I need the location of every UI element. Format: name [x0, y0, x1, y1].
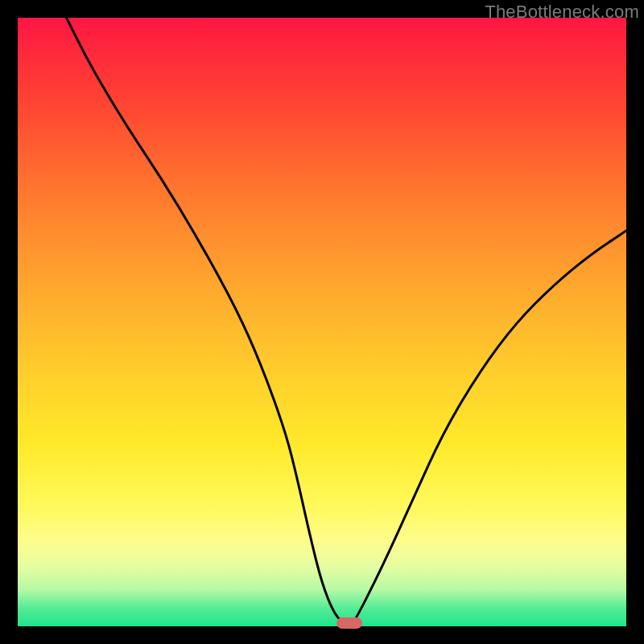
chart-canvas: TheBottleneck.com — [0, 0, 644, 644]
plot-area — [18, 18, 626, 626]
bottleneck-curve-path — [67, 18, 627, 626]
watermark-text: TheBottleneck.com — [485, 2, 639, 23]
optimal-marker — [336, 617, 362, 629]
curve-svg — [18, 18, 626, 626]
